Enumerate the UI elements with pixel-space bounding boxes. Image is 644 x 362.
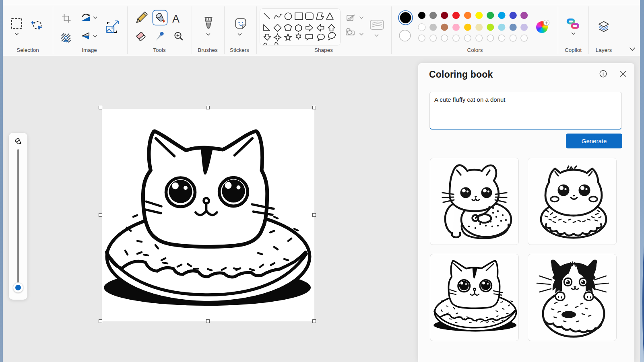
svg-text:A: A [172,13,180,25]
